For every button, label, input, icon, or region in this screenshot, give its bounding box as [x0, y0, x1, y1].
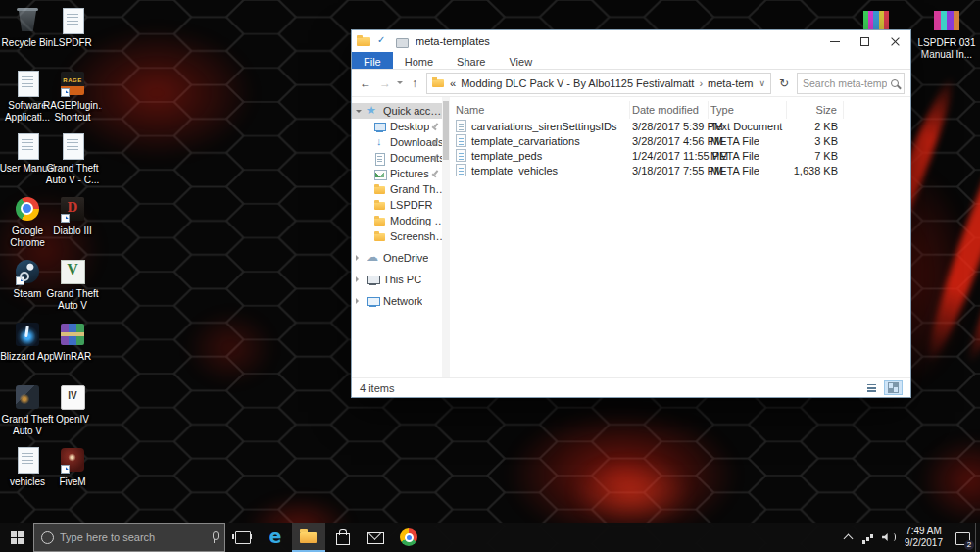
file-size: 7 KB: [787, 150, 844, 162]
file-date: 1/24/2017 11:55 PM: [630, 150, 709, 162]
details-view-button[interactable]: [862, 380, 881, 395]
taskbar-search-box[interactable]: [33, 523, 225, 552]
explorer-search-box[interactable]: [797, 73, 905, 94]
scrollbar-thumb[interactable]: [443, 101, 449, 160]
folder-icon: [373, 183, 386, 196]
column-headers: Name Date modified Type Size: [450, 101, 910, 119]
breadcrumb-current[interactable]: meta-templates: [708, 77, 754, 89]
back-button[interactable]: ←: [358, 76, 373, 90]
file-date: 3/18/2017 7:55 PM: [630, 165, 709, 176]
sidebar-item-network[interactable]: Network: [352, 293, 450, 309]
address-dropdown-icon[interactable]: ∨: [759, 78, 765, 88]
volume-icon[interactable]: [878, 523, 898, 552]
file-date: 3/28/2017 5:39 PM: [630, 121, 709, 132]
network-icon: [367, 295, 379, 308]
this-pc-icon: [367, 274, 379, 286]
desktop-icon-gtav[interactable]: Grand Theft Auto V: [43, 257, 102, 318]
sidebar-item-onedrive[interactable]: OneDrive: [352, 250, 450, 266]
task-view-button[interactable]: [225, 523, 259, 552]
maximize-button[interactable]: [850, 30, 880, 52]
file-name: template_carvariations: [471, 135, 580, 147]
windows-logo-icon: [11, 531, 24, 544]
desktop-icon-openiv[interactable]: OpenIV: [43, 382, 102, 443]
desktop-icon-label: FiveM: [43, 477, 102, 488]
desktop-icon-winrar[interactable]: WinRAR: [43, 320, 102, 380]
sidebar-item-pictures[interactable]: Pictures: [352, 166, 450, 181]
sidebar-item-modding-dlc-folder[interactable]: Modding DLC Pack V: [352, 213, 450, 228]
history-dropdown-icon[interactable]: [397, 81, 403, 87]
sidebar-item-downloads[interactable]: Downloads: [352, 134, 450, 150]
show-desktop-button[interactable]: [975, 523, 980, 552]
desktop-icon-lspdfr-manual[interactable]: LSPDFR 031 Manual In...: [917, 6, 976, 67]
downloads-icon: [373, 136, 386, 149]
file-row[interactable]: template_vehicles 3/18/2017 7:55 PM META…: [450, 163, 910, 177]
tab-file[interactable]: File: [352, 52, 393, 69]
up-button[interactable]: ↑: [407, 76, 422, 90]
sidebar-item-lspdfr-folder[interactable]: LSPDFR: [352, 197, 450, 213]
task-view-icon: [230, 523, 254, 552]
file-row[interactable]: template_carvariations 3/28/2017 4:56 PM…: [450, 133, 910, 148]
window-titlebar[interactable]: meta-templates: [352, 30, 910, 52]
taskbar-chrome-button[interactable]: [392, 523, 425, 552]
file-list: Name Date modified Type Size carvariatio…: [450, 97, 910, 377]
document-icon: [58, 131, 87, 161]
explorer-search-input[interactable]: [803, 77, 887, 89]
sidebar-item-quick-access[interactable]: Quick access: [352, 103, 442, 119]
document-icon: [13, 445, 42, 475]
tab-view[interactable]: View: [497, 52, 544, 69]
refresh-icon[interactable]: ↻: [775, 76, 793, 90]
microphone-icon[interactable]: [211, 531, 218, 544]
shortcut-arrow-icon: [61, 465, 70, 474]
desktop-icon-diablo3[interactable]: Diablo III: [43, 194, 102, 255]
close-button[interactable]: [880, 30, 910, 52]
action-center-icon[interactable]: 2: [950, 523, 975, 552]
file-type: META File: [709, 165, 787, 176]
chrome-icon: [397, 523, 420, 552]
desktop-icon-rageplugin[interactable]: RAGEPlugin... Shortcut: [43, 69, 102, 129]
forward-button[interactable]: →: [377, 76, 393, 90]
file-row[interactable]: carvariations_sirenSettingsIDs 3/28/2017…: [450, 119, 910, 133]
taskbar-search-input[interactable]: [60, 531, 205, 543]
breadcrumb: « Modding DLC Pack V - By Albo1125 Festi…: [450, 77, 754, 89]
tab-home[interactable]: Home: [393, 52, 445, 69]
start-button[interactable]: [0, 523, 33, 552]
taskbar-edge-button[interactable]: [259, 523, 292, 552]
navigation-pane: Quick access Desktop Downloads Documents…: [352, 97, 450, 377]
taskbar-mail-button[interactable]: [359, 523, 392, 552]
gtav-emblem-icon: [58, 257, 87, 286]
thumbnails-view-button[interactable]: [884, 380, 903, 395]
column-header-name[interactable]: Name: [450, 101, 630, 119]
taskbar-clock[interactable]: 7:49 AM 9/2/2017: [898, 526, 950, 550]
sidebar-item-this-pc[interactable]: This PC: [352, 272, 450, 287]
sidebar-item-documents[interactable]: Documents: [352, 150, 450, 166]
desktop-icon-lspdfr[interactable]: LSPDFR: [43, 6, 102, 67]
network-icon[interactable]: [858, 523, 878, 552]
hidden-icons-chevron[interactable]: [839, 523, 858, 552]
sidebar-scrollbar[interactable]: [442, 97, 450, 377]
qat-properties-icon[interactable]: [376, 35, 390, 48]
sidebar-item-gtav-folder[interactable]: Grand Theft Auto V: [352, 181, 450, 197]
column-header-date[interactable]: Date modified: [630, 101, 709, 119]
file-size: 1,638 KB: [787, 165, 844, 176]
file-row[interactable]: template_peds 1/24/2017 11:55 PM META Fi…: [450, 148, 910, 163]
taskbar-file-explorer-button[interactable]: [292, 523, 325, 552]
desktop-icon-fivem[interactable]: FiveM: [43, 445, 102, 506]
address-bar[interactable]: « Modding DLC Pack V - By Albo1125 Festi…: [426, 73, 771, 94]
pin-icon: [429, 168, 440, 178]
column-header-type[interactable]: Type: [709, 101, 787, 119]
breadcrumb-parent[interactable]: Modding DLC Pack V - By Albo1125 Festiva…: [461, 77, 694, 89]
qat-new-folder-icon[interactable]: [395, 35, 409, 48]
desktop-icon-gtav-doc[interactable]: Grand Theft Auto V - C...: [43, 131, 102, 192]
breadcrumb-prefix[interactable]: «: [450, 77, 456, 89]
sidebar-item-screenshots-folder[interactable]: Screenshots: [352, 228, 450, 244]
tab-share[interactable]: Share: [445, 52, 497, 69]
sidebar-label: Screenshots: [390, 230, 450, 242]
minimize-button[interactable]: [819, 30, 850, 52]
chevron-down-icon[interactable]: [356, 110, 362, 116]
sidebar-item-desktop[interactable]: Desktop: [352, 119, 450, 134]
chevron-right-icon[interactable]: [356, 276, 362, 282]
taskbar-store-button[interactable]: [325, 523, 359, 552]
chevron-right-icon[interactable]: [356, 298, 362, 304]
column-header-size[interactable]: Size: [787, 101, 844, 119]
chevron-right-icon[interactable]: [356, 255, 362, 261]
